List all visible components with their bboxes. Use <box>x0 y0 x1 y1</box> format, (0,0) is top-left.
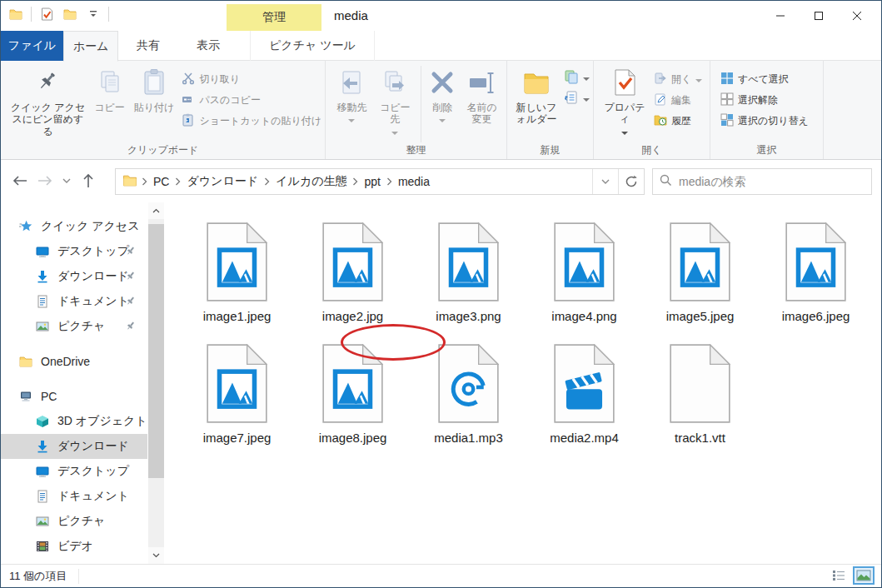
image-file-icon <box>322 222 383 305</box>
button-label: 編集 <box>671 93 691 107</box>
scrollbar-thumb[interactable] <box>148 224 164 478</box>
back-button[interactable] <box>9 167 31 194</box>
pictures-icon <box>36 515 49 528</box>
tab-picture-tools[interactable]: ピクチャ ツール <box>250 31 375 61</box>
desktop-icon <box>36 465 49 478</box>
sidebar-item-pictures[interactable]: ピクチャ <box>1 314 147 339</box>
tab-share[interactable]: 共有 <box>118 31 178 61</box>
sidebar-item-videos[interactable]: ビデオ <box>1 534 147 559</box>
details-view-button[interactable] <box>828 566 850 585</box>
open-button[interactable]: 開く <box>654 69 702 90</box>
chevron-right-icon <box>141 177 148 186</box>
sidebar-item-documents-pc[interactable]: ドキュメント <box>1 484 147 509</box>
file-name: track1.vtt <box>675 431 725 445</box>
file-item[interactable]: image8.jpeg <box>295 337 411 459</box>
file-item[interactable]: image7.jpeg <box>179 337 295 459</box>
scrollbar-up-arrow[interactable] <box>148 202 164 219</box>
recent-locations-icon[interactable] <box>59 167 74 194</box>
file-name: image8.jpeg <box>319 431 387 445</box>
sidebar-item-downloads-quick[interactable]: ダウンロード <box>1 264 147 289</box>
sidebar-item-label: ピクチャ <box>57 319 105 334</box>
breadcrumb-item-media[interactable]: media <box>393 169 435 194</box>
explorer-window: 管理 media ファイル ホーム 共有 表示 ピクチャ ツール <box>0 0 882 588</box>
tab-file[interactable]: ファイル <box>1 31 63 61</box>
edit-button[interactable]: 編集 <box>654 90 702 111</box>
copy-path-button[interactable]: パスのコピー <box>182 90 321 111</box>
3d-cube-icon <box>36 415 49 428</box>
minimize-button[interactable] <box>761 1 800 31</box>
sidebar-item-pc[interactable]: PC <box>1 384 147 409</box>
close-button[interactable] <box>838 1 876 31</box>
download-arrow-icon <box>36 270 49 283</box>
sidebar-item-3d-objects[interactable]: 3D オブジェクト <box>1 409 147 434</box>
quick-access-star-icon <box>19 220 32 233</box>
copy-to-button[interactable]: コピー先 <box>374 64 416 140</box>
address-bar[interactable]: PC ダウンロード イルカの生態 ppt media <box>115 168 645 195</box>
tab-home[interactable]: ホーム <box>63 31 118 62</box>
folder-icon[interactable] <box>7 6 24 22</box>
pushpin-icon <box>34 66 61 99</box>
maximize-button[interactable] <box>800 1 838 31</box>
file-item[interactable]: track1.vtt <box>642 337 758 459</box>
properties-button[interactable]: プロパティ <box>600 64 650 140</box>
paste-button[interactable]: 貼り付け <box>130 64 177 115</box>
sidebar-item-pictures-pc[interactable]: ピクチャ <box>1 509 147 534</box>
file-item[interactable]: media2.mp4 <box>526 337 642 459</box>
file-item[interactable]: image5.jpeg <box>642 216 758 337</box>
thumbnail-view-button[interactable] <box>853 566 875 585</box>
file-item[interactable]: image6.jpeg <box>758 216 874 337</box>
sidebar-item-quick-access[interactable]: クイック アクセス <box>1 214 147 239</box>
customize-toolbar-icon[interactable] <box>85 6 102 22</box>
move-to-button[interactable]: 移動先 <box>331 64 372 128</box>
rename-button[interactable]: 名前の変更 <box>461 64 502 127</box>
properties-check-icon[interactable] <box>38 6 55 22</box>
select-none-button[interactable]: 選択解除 <box>720 90 809 111</box>
paste-shortcut-icon <box>182 113 195 129</box>
document-icon <box>36 490 49 503</box>
folder-icon[interactable] <box>62 6 78 22</box>
toolbar-separator <box>108 7 109 22</box>
pin-to-quick-access-button[interactable]: クイック アクセスにピン留めする <box>7 64 89 139</box>
sidebar-item-downloads-selected[interactable]: ダウンロード <box>1 434 147 459</box>
select-all-button[interactable]: すべて選択 <box>720 69 809 90</box>
tab-view[interactable]: 表示 <box>178 31 238 61</box>
history-button[interactable]: 履歴 <box>654 111 702 132</box>
copy-to-icon <box>382 66 407 99</box>
breadcrumb-item-downloads[interactable]: ダウンロード <box>182 169 263 194</box>
easy-access-button[interactable] <box>564 88 590 109</box>
button-label: 移動先 <box>336 102 366 113</box>
group-label-select: 選択 <box>710 143 823 157</box>
file-item[interactable]: media1.mp3 <box>411 337 526 459</box>
invert-selection-button[interactable]: 選択の切り替え <box>720 111 809 132</box>
file-item[interactable]: image4.png <box>526 216 642 337</box>
ribbon-group-open: プロパティ 開く 編集 <box>594 61 710 159</box>
refresh-icon[interactable] <box>619 169 644 194</box>
manage-context-tab[interactable]: 管理 <box>227 4 321 31</box>
cut-button[interactable]: 切り取り <box>182 69 321 90</box>
forward-button[interactable] <box>34 167 56 194</box>
sidebar-item-onedrive[interactable]: OneDrive <box>1 349 147 374</box>
sidebar-item-label: クイック アクセス <box>41 219 140 234</box>
sidebar-item-label: デスクトップ <box>57 244 129 259</box>
button-label: コピー <box>94 102 125 113</box>
pin-icon <box>126 320 136 333</box>
new-item-button[interactable] <box>564 67 590 88</box>
sidebar-item-desktop-pc[interactable]: デスクトップ <box>1 459 147 484</box>
copy-button[interactable]: コピー <box>91 64 129 115</box>
scrollbar-down-arrow[interactable] <box>148 547 164 564</box>
search-input[interactable] <box>679 175 865 188</box>
sidebar-item-desktop[interactable]: デスクトップ <box>1 239 147 264</box>
paste-shortcut-button[interactable]: ショートカットの貼り付け <box>182 111 321 132</box>
breadcrumb-item-pc[interactable]: PC <box>148 169 174 194</box>
file-item[interactable]: image1.jpeg <box>179 216 295 337</box>
breadcrumb: PC ダウンロード イルカの生態 ppt media <box>116 169 592 194</box>
breadcrumb-item-dolphin-folder[interactable]: イルカの生態 <box>271 169 351 194</box>
address-dropdown-icon[interactable] <box>593 169 618 194</box>
delete-button[interactable]: 削除 <box>426 64 460 128</box>
file-item[interactable]: image3.png <box>411 216 526 337</box>
file-item[interactable]: image2.jpg <box>295 216 411 337</box>
new-folder-button[interactable]: 新しいフォルダー <box>513 64 560 127</box>
sidebar-item-documents[interactable]: ドキュメント <box>1 289 147 314</box>
up-button[interactable] <box>77 167 99 194</box>
breadcrumb-item-ppt[interactable]: ppt <box>359 169 385 194</box>
